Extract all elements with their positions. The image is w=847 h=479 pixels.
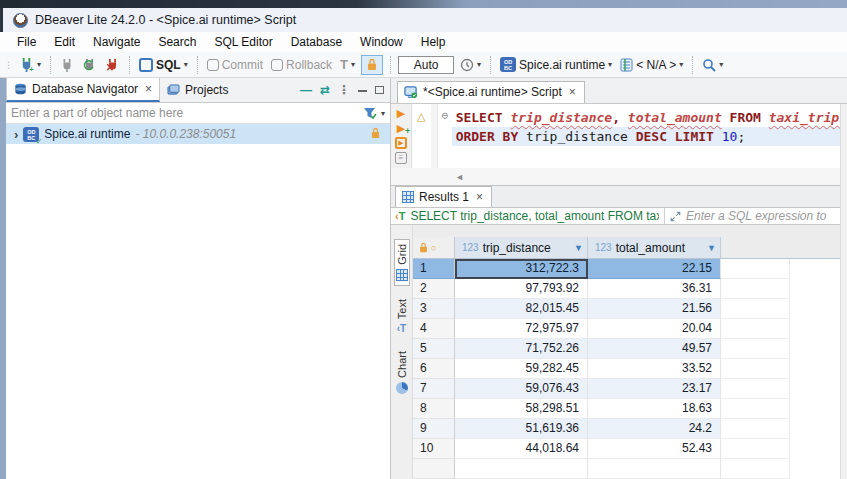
row-number[interactable]: 7 <box>413 379 455 399</box>
tab-text-view[interactable]: Text ‹T <box>395 295 409 338</box>
row-number[interactable]: 2 <box>413 279 455 299</box>
close-icon[interactable]: × <box>476 190 483 204</box>
cell-trip-distance[interactable]: 44,018.64 <box>455 439 588 459</box>
minimize-view-icon[interactable] <box>358 89 367 92</box>
filter-caret-icon[interactable]: ▾ <box>381 109 385 118</box>
collapse-all-icon[interactable]: — <box>300 83 312 97</box>
cell-total-amount[interactable]: 18.63 <box>588 399 721 419</box>
table-row[interactable]: 759,076.4323.17 <box>413 379 847 399</box>
connection-caret-icon[interactable]: ▾ <box>608 60 612 69</box>
connection-lock-toggle[interactable] <box>361 55 383 75</box>
cell-trip-distance[interactable]: 59,282.45 <box>455 359 588 379</box>
table-row[interactable]: 858,298.5118.63 <box>413 399 847 419</box>
tab-script-editor[interactable]: *<Spice.ai runtime> Script × <box>397 81 585 103</box>
code-line-1[interactable]: SELECT trip_distance, total_amount FROM … <box>452 108 847 127</box>
close-icon[interactable]: × <box>145 82 152 96</box>
explain-plan-button[interactable]: ≡ <box>395 152 407 164</box>
execute-new-tab-button[interactable]: ▶+ <box>397 122 405 134</box>
cell-trip-distance[interactable]: 82,015.45 <box>455 299 588 319</box>
row-number[interactable]: 3 <box>413 299 455 319</box>
cell-trip-distance[interactable]: 71,752.26 <box>455 339 588 359</box>
row-number[interactable]: 8 <box>413 399 455 419</box>
connect-caret-icon[interactable]: ▾ <box>37 60 41 69</box>
table-row[interactable]: 472,975.9720.04 <box>413 319 847 339</box>
editor-horizontal-scrollbar[interactable]: ◄ <box>391 168 847 186</box>
sql-expression-input[interactable] <box>686 209 843 223</box>
tab-projects[interactable]: Projects <box>160 78 235 102</box>
cell-trip-distance[interactable]: 97,793.92 <box>455 279 588 299</box>
cell-total-amount[interactable]: 21.56 <box>588 299 721 319</box>
transaction-caret-icon[interactable]: ▾ <box>351 60 355 69</box>
cell-total-amount[interactable]: 36.31 <box>588 279 721 299</box>
cell-total-amount[interactable]: 33.52 <box>588 359 721 379</box>
tab-chart-view[interactable]: Chart <box>395 347 409 398</box>
table-row[interactable]: 571,752.2649.57 <box>413 339 847 359</box>
cell-total-amount[interactable]: 22.15 <box>588 259 721 279</box>
row-number[interactable]: 1 <box>413 259 455 279</box>
transaction-log-button[interactable]: T ▾ <box>338 56 357 73</box>
menu-window[interactable]: Window <box>351 33 412 51</box>
scroll-left-icon[interactable]: ◄ <box>455 172 464 182</box>
table-row[interactable]: 382,015.4521.56 <box>413 299 847 319</box>
history-button[interactable]: ▾ <box>458 57 483 73</box>
cell-total-amount[interactable]: 23.17 <box>588 379 721 399</box>
expand-panel-icon[interactable] <box>670 210 681 223</box>
execute-statement-button[interactable]: ▶ <box>397 107 405 119</box>
maximize-view-icon[interactable] <box>375 86 384 94</box>
cell-trip-distance[interactable]: 59,076.43 <box>455 379 588 399</box>
disconnect-button[interactable] <box>58 57 76 73</box>
view-menu-icon[interactable]: ⋮ <box>338 83 350 97</box>
row-number[interactable]: 5 <box>413 339 455 359</box>
object-filter-input[interactable] <box>11 106 363 120</box>
connect-button[interactable]: + ▾ <box>17 56 43 73</box>
column-header-trip-distance[interactable]: 123 trip_distance ▼ <box>455 237 588 258</box>
active-database-combo[interactable]: < N/A > ▾ <box>618 57 685 73</box>
execute-script-button[interactable]: ▶ <box>395 137 407 149</box>
cell-total-amount[interactable]: 49.57 <box>588 339 721 359</box>
menu-database[interactable]: Database <box>282 33 351 51</box>
cell-total-amount[interactable]: 20.04 <box>588 319 721 339</box>
database-caret-icon[interactable]: ▾ <box>679 60 683 69</box>
menu-search[interactable]: Search <box>149 33 205 51</box>
cell-trip-distance[interactable]: 58,298.51 <box>455 399 588 419</box>
row-number[interactable]: 4 <box>413 319 455 339</box>
tab-results-1[interactable]: Results 1 × <box>395 186 492 207</box>
sql-caret-icon[interactable]: ▾ <box>184 60 188 69</box>
sort-icon[interactable]: ▼ <box>574 243 583 253</box>
column-header-total-amount[interactable]: 123 total_amount ▼ <box>588 237 721 258</box>
vertical-scrollbar[interactable] <box>840 104 847 479</box>
cell-trip-distance[interactable]: 51,619.36 <box>455 419 588 439</box>
code-line-2[interactable]: ORDER BY trip_distance DESC LIMIT 10; <box>452 127 847 146</box>
menu-sql-editor[interactable]: SQL Editor <box>205 33 281 51</box>
row-number[interactable]: 6 <box>413 359 455 379</box>
menu-file[interactable]: File <box>8 33 45 51</box>
table-row[interactable]: 659,282.4533.52 <box>413 359 847 379</box>
active-connection-combo[interactable]: ODBC Spice.ai runtime ▾ <box>498 56 614 73</box>
reconnect-button[interactable] <box>80 57 99 73</box>
menu-navigate[interactable]: Navigate <box>84 33 149 51</box>
table-row[interactable]: 1312,722.322.15 <box>413 259 847 279</box>
row-number[interactable]: 10 <box>413 439 455 459</box>
cell-total-amount[interactable]: 52.43 <box>588 439 721 459</box>
menu-help[interactable]: Help <box>412 33 455 51</box>
cell-trip-distance[interactable]: 312,722.3 <box>455 259 588 279</box>
row-number[interactable]: 9 <box>413 419 455 439</box>
cell-trip-distance[interactable]: 72,975.97 <box>455 319 588 339</box>
sql-editor-button[interactable]: SQL ▾ <box>137 57 190 73</box>
close-icon[interactable]: × <box>569 85 576 99</box>
link-editor-icon[interactable]: ⇄ <box>320 83 330 97</box>
cell-total-amount[interactable]: 24.2 <box>588 419 721 439</box>
table-row[interactable]: 297,793.9236.31 <box>413 279 847 299</box>
commit-mode-combo[interactable]: Auto <box>398 56 454 74</box>
table-row[interactable]: 951,619.3624.2 <box>413 419 847 439</box>
grid-corner-cell[interactable]: ○ <box>413 237 455 258</box>
tab-grid-view[interactable]: Grid <box>394 239 410 286</box>
connection-tree-item[interactable]: › ODBC✓ Spice.ai runtime - 10.0.0.238:50… <box>6 124 390 144</box>
invalidate-button[interactable] <box>103 57 122 73</box>
menu-edit[interactable]: Edit <box>45 33 84 51</box>
expander-icon[interactable]: › <box>14 127 18 142</box>
commit-button[interactable]: Commit <box>205 57 265 73</box>
code-area[interactable]: SELECT trip_distance, total_amount FROM … <box>452 104 847 168</box>
search-button[interactable]: ▾ <box>700 57 725 73</box>
search-caret-icon[interactable]: ▾ <box>719 60 723 69</box>
